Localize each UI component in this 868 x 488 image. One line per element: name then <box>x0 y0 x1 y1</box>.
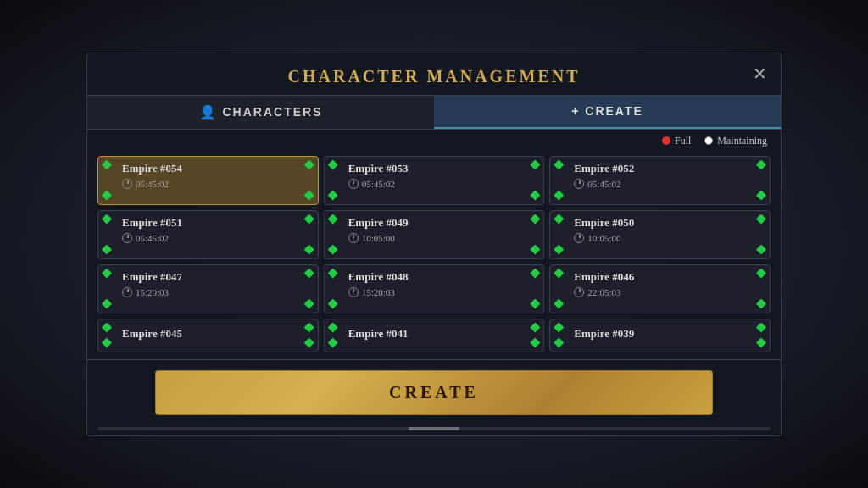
gem-br-icon <box>756 299 766 309</box>
gem-tl-icon <box>554 160 564 170</box>
gem-tr-icon <box>756 323 766 333</box>
char-name: Empire #053 <box>348 162 537 175</box>
char-card-4[interactable]: Empire #05105:45:02 <box>97 210 319 259</box>
clock-icon <box>348 233 359 243</box>
legend-bar: Full Maintaining <box>87 130 781 152</box>
clock-icon <box>348 287 359 297</box>
gem-tl-icon <box>328 269 338 279</box>
gem-tl-icon <box>328 160 338 170</box>
gem-tr-icon <box>304 323 314 333</box>
gem-tl-icon <box>554 269 564 279</box>
gem-bl-icon <box>328 191 338 201</box>
char-time: 22:05:03 <box>574 287 763 297</box>
character-management-modal: CHARACTER MANAGEMENT ✕ 👤 CHARACTERS + CR… <box>86 53 782 436</box>
char-name: Empire #052 <box>574 162 763 175</box>
gem-tl-icon <box>554 323 564 333</box>
gem-br-icon <box>756 338 766 348</box>
clock-icon <box>348 179 359 189</box>
char-time-value: 22:05:03 <box>587 287 620 297</box>
gem-tl-icon <box>554 214 564 225</box>
char-name: Empire #047 <box>122 270 311 284</box>
char-time: 05:45:02 <box>574 179 763 189</box>
char-name: Empire #049 <box>348 216 537 230</box>
legend-maintaining: Maintaining <box>704 135 767 147</box>
char-name: Empire #045 <box>122 327 182 341</box>
gem-bl-icon <box>554 338 564 348</box>
char-name: Empire #051 <box>122 216 311 230</box>
char-card-3[interactable]: Empire #05205:45:02 <box>549 156 771 205</box>
gem-tl-icon <box>328 214 338 225</box>
char-time-value: 05:45:02 <box>587 179 620 189</box>
scrollbar-thumb <box>409 427 459 430</box>
gem-tl-icon <box>102 160 112 170</box>
gem-br-icon <box>756 191 766 201</box>
close-button[interactable]: ✕ <box>753 65 767 82</box>
gem-tr-icon <box>530 323 540 333</box>
gem-br-icon <box>530 191 540 201</box>
char-name: Empire #048 <box>348 270 537 284</box>
gem-br-icon <box>530 245 540 255</box>
create-button[interactable]: CREATE <box>155 370 713 415</box>
char-card-7[interactable]: Empire #04715:20:03 <box>97 264 319 313</box>
character-grid: Empire #05405:45:02Empire #05305:45:02Em… <box>87 152 781 359</box>
char-time-value: 05:45:02 <box>362 179 395 189</box>
char-card-10[interactable]: Empire #045 <box>97 319 319 352</box>
gem-bl-icon <box>102 299 112 309</box>
clock-icon <box>122 233 132 243</box>
char-time-value: 05:45:02 <box>136 233 169 243</box>
char-card-11[interactable]: Empire #041 <box>324 319 545 352</box>
tab-characters-label: CHARACTERS <box>223 105 323 119</box>
char-time-value: 05:45:02 <box>136 179 169 189</box>
gem-bl-icon <box>328 245 338 255</box>
char-time: 05:45:02 <box>122 233 311 243</box>
gem-bl-icon <box>554 299 564 309</box>
full-dot-icon <box>662 136 670 145</box>
clock-icon <box>122 287 132 297</box>
gem-tl-icon <box>328 323 338 333</box>
gem-br-icon <box>530 338 540 348</box>
char-time-value: 15:20:03 <box>136 287 169 297</box>
char-card-6[interactable]: Empire #05010:05:00 <box>549 210 771 259</box>
char-time-value: 10:05:00 <box>362 233 395 243</box>
legend-full: Full <box>662 135 691 147</box>
gem-br-icon <box>304 338 314 348</box>
gem-bl-icon <box>554 245 564 255</box>
maintaining-dot-icon <box>704 136 713 145</box>
char-card-5[interactable]: Empire #04910:05:00 <box>324 210 545 259</box>
char-card-9[interactable]: Empire #04622:05:03 <box>549 264 771 313</box>
full-label: Full <box>675 135 691 147</box>
gem-bl-icon <box>328 299 338 309</box>
gem-br-icon <box>756 245 766 255</box>
tab-bar: 👤 CHARACTERS + CREATE <box>87 95 781 130</box>
char-time: 15:20:03 <box>348 287 537 297</box>
char-time: 10:05:00 <box>574 233 763 243</box>
characters-icon: 👤 <box>199 104 218 120</box>
char-name: Empire #041 <box>348 327 409 341</box>
tab-create[interactable]: + CREATE <box>434 96 781 129</box>
scrollbar[interactable] <box>97 427 771 430</box>
gem-bl-icon <box>102 191 112 201</box>
char-time: 05:45:02 <box>122 179 311 189</box>
char-time: 05:45:02 <box>348 179 537 189</box>
gem-br-icon <box>304 245 314 255</box>
gem-br-icon <box>304 191 314 201</box>
gem-bl-icon <box>554 191 564 201</box>
maintaining-label: Maintaining <box>717 135 767 147</box>
char-card-1[interactable]: Empire #05405:45:02 <box>97 156 319 205</box>
gem-tl-icon <box>102 269 112 279</box>
gem-bl-icon <box>102 338 112 348</box>
char-time: 10:05:00 <box>348 233 537 243</box>
modal-header: CHARACTER MANAGEMENT ✕ <box>87 53 781 95</box>
char-card-8[interactable]: Empire #04815:20:03 <box>324 264 545 313</box>
char-name: Empire #039 <box>574 327 634 341</box>
clock-icon <box>122 179 132 189</box>
char-time-value: 10:05:00 <box>587 233 620 243</box>
divider <box>87 359 781 360</box>
char-name: Empire #050 <box>574 216 763 230</box>
char-card-2[interactable]: Empire #05305:45:02 <box>324 156 545 205</box>
char-card-12[interactable]: Empire #039 <box>549 319 771 352</box>
create-button-container: CREATE <box>87 362 781 427</box>
char-time: 15:20:03 <box>122 287 311 297</box>
tab-characters[interactable]: 👤 CHARACTERS <box>87 96 434 129</box>
gem-tl-icon <box>102 323 112 333</box>
